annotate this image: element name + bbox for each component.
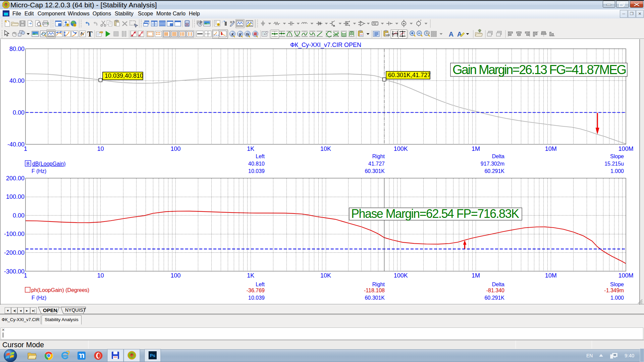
svg-text:80.00: 80.00 (9, 46, 24, 52)
svg-text:0.00: 0.00 (13, 109, 24, 116)
svg-text:-1.349m: -1.349m (604, 288, 624, 293)
svg-text:60.291K: 60.291K (484, 295, 504, 301)
svg-text:Right: Right (372, 154, 385, 159)
svg-text:-81.340: -81.340 (486, 288, 504, 293)
svg-text:B: B (26, 161, 30, 166)
svg-text:-200.00: -200.00 (4, 249, 24, 256)
svg-text:fx: fx (246, 33, 249, 36)
svg-text:Phase Margin=62.54 FP=716.83K: Phase Margin=62.54 FP=716.83K (351, 207, 519, 221)
svg-text:15.215u: 15.215u (604, 161, 624, 167)
svg-text:Gain Margin=26.13 FG=41.87MEG: Gain Margin=26.13 FG=41.87MEG (452, 63, 627, 77)
svg-text:A: A (449, 31, 453, 38)
svg-text:10: 10 (97, 272, 104, 279)
svg-text:100: 100 (170, 272, 180, 279)
svg-text:OPEN: OPEN (43, 307, 57, 313)
svg-text:60.301K: 60.301K (365, 168, 385, 174)
svg-text:-40.00: -40.00 (7, 141, 24, 148)
svg-text:9:40: 9:40 (625, 353, 634, 358)
svg-text:100M: 100M (618, 145, 633, 152)
svg-text:-36.769: -36.769 (247, 288, 265, 293)
svg-text:100.00: 100.00 (6, 193, 24, 200)
svg-text:10K: 10K (320, 145, 331, 152)
svg-text:60.291K: 60.291K (484, 168, 504, 174)
svg-text:10M: 10M (545, 145, 557, 152)
svg-text:T: T (87, 30, 92, 38)
svg-text:Delta: Delta (492, 154, 504, 159)
svg-text:100M: 100M (618, 272, 633, 279)
svg-text:ФК_Cy-XXI_v7.CIR OPEN: ФК_Cy-XXI_v7.CIR OPEN (290, 42, 361, 49)
svg-text:41.727: 41.727 (368, 161, 385, 167)
svg-text:EN: EN (586, 353, 593, 358)
svg-text:1M: 1M (472, 272, 480, 279)
svg-text:10K: 10K (320, 272, 331, 279)
svg-text:200.00: 200.00 (6, 175, 24, 182)
svg-text:Slope: Slope (610, 154, 624, 159)
svg-text:60.301K,41.727: 60.301K,41.727 (388, 72, 431, 78)
svg-text:ph(LoopGain) (Degrees): ph(LoopGain) (Degrees) (31, 287, 89, 293)
svg-text:10.039: 10.039 (248, 295, 265, 301)
svg-text:-300.00: -300.00 (4, 268, 24, 275)
svg-text:100K: 100K (394, 145, 408, 152)
svg-text:Left: Left (256, 154, 265, 159)
svg-text:100: 100 (426, 32, 430, 34)
svg-text:100K: 100K (394, 272, 408, 279)
svg-text:dB(LoopGain): dB(LoopGain) (32, 161, 66, 167)
svg-text:10: 10 (97, 145, 104, 152)
svg-text:1M: 1M (472, 145, 480, 152)
svg-text:10M: 10M (545, 272, 557, 279)
svg-text:1K: 1K (247, 272, 254, 279)
svg-text:Delta: Delta (492, 282, 504, 287)
svg-text:1.000: 1.000 (610, 295, 624, 301)
svg-text:1: 1 (24, 145, 27, 152)
svg-text:12: 12 (130, 354, 133, 357)
svg-text:1.000: 1.000 (610, 168, 624, 174)
svg-text:40.00: 40.00 (9, 77, 24, 84)
svg-text:917.302m: 917.302m (481, 161, 504, 167)
svg-text:1K: 1K (247, 145, 254, 152)
svg-text:60.301K: 60.301K (365, 295, 385, 301)
svg-text:Left: Left (256, 282, 265, 287)
svg-text:10.039: 10.039 (248, 168, 265, 174)
svg-text:NYQUIST: NYQUIST (65, 307, 86, 313)
svg-text:-118.108: -118.108 (364, 288, 385, 293)
svg-text:123: 123 (385, 34, 390, 37)
svg-text:Right: Right (372, 282, 385, 287)
svg-text:100: 100 (170, 145, 180, 152)
svg-text:Ps: Ps (150, 353, 155, 358)
svg-text:F (Hz): F (Hz) (32, 168, 46, 174)
svg-text:A: A (457, 31, 462, 38)
svg-text:40.810: 40.810 (248, 161, 265, 167)
svg-text:F (Hz): F (Hz) (32, 295, 46, 301)
svg-text:0.00: 0.00 (13, 212, 24, 219)
svg-text:12: 12 (5, 3, 8, 6)
svg-text:-100.00: -100.00 (4, 231, 24, 237)
svg-text:1: 1 (24, 272, 27, 279)
svg-text:10.039,40.810: 10.039,40.810 (105, 72, 143, 79)
svg-text:Slope: Slope (610, 282, 624, 287)
